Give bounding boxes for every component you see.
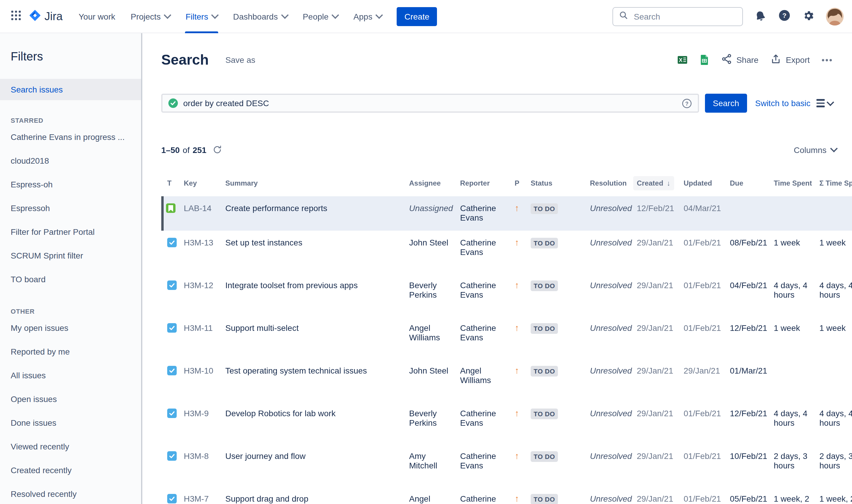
issue-summary-link[interactable]: Create performance reports (221, 196, 404, 231)
chevron-down-icon (211, 11, 218, 19)
issue-summary-link[interactable]: User journey and flow (221, 444, 404, 487)
issue-key[interactable]: H3M-12 (179, 273, 221, 316)
sidebar-item-reported-by-me[interactable]: Reported by me (0, 340, 141, 363)
notifications-button[interactable] (754, 10, 767, 22)
nav-item-filters[interactable]: Filters (178, 0, 225, 33)
svg-text:?: ? (685, 101, 689, 106)
sidebar-item-search-issues[interactable]: Search issues (0, 79, 141, 100)
issue-summary-link[interactable]: Support drag and drop (221, 487, 404, 504)
jira-logo[interactable]: Jira (29, 8, 62, 24)
column-header-reporter[interactable]: Reporter (455, 173, 510, 196)
list-view-menu-button[interactable] (816, 99, 833, 107)
nav-item-dashboards[interactable]: Dashboards (225, 0, 295, 33)
share-button[interactable]: Share (721, 53, 759, 67)
sidebar-item-my-open-issues[interactable]: My open issues (0, 316, 141, 340)
table-row[interactable]: LAB-14 Create performance reports Unassi… (162, 196, 852, 231)
column-header-due[interactable]: Due (725, 173, 769, 196)
switch-to-basic-link[interactable]: Switch to basic (755, 98, 811, 108)
excel-icon[interactable]: X (677, 55, 688, 65)
results-range: 1–50 (161, 145, 180, 155)
sidebar-item-espressoh[interactable]: Espressoh (0, 196, 141, 220)
chevron-down-icon (830, 145, 837, 152)
table-row[interactable]: H3M-11 Support multi-select Angel Willia… (162, 316, 852, 359)
issue-time-spent: 1 week (769, 316, 815, 359)
issue-key[interactable]: H3M-7 (179, 487, 221, 504)
nav-item-apps[interactable]: Apps (346, 0, 389, 33)
nav-item-your-work[interactable]: Your work (71, 0, 123, 33)
app-grid-icon (11, 10, 21, 22)
sidebar-item-done-issues[interactable]: Done issues (0, 411, 141, 435)
priority-high-icon: ↑ (515, 280, 519, 290)
global-search[interactable] (613, 7, 743, 26)
priority-high-icon: ↑ (515, 365, 519, 375)
app-switcher-button[interactable] (6, 6, 26, 26)
sidebar-item-scrum-sprint-filter[interactable]: SCRUM Sprint filter (0, 244, 141, 267)
status-badge: TO DO (531, 281, 558, 291)
sidebar-item-filter-for-partner-portal[interactable]: Filter for Partner Portal (0, 220, 141, 244)
table-row[interactable]: H3M-10 Test operating system technical i… (162, 359, 852, 401)
column-header-priority[interactable]: P (510, 173, 526, 196)
issue-key[interactable]: H3M-13 (179, 231, 221, 273)
issue-resolution: Unresolved (585, 231, 632, 273)
issue-due-date: 10/Feb/21 (725, 444, 769, 487)
issue-summary-link[interactable]: Integrate toolset from previous apps (221, 273, 404, 316)
issue-key[interactable]: H3M-10 (179, 359, 221, 401)
jql-help-icon[interactable]: ? (682, 98, 692, 108)
global-search-input[interactable] (633, 11, 737, 22)
issue-key[interactable]: LAB-14 (179, 196, 221, 231)
issue-key[interactable]: H3M-11 (179, 316, 221, 359)
issue-updated-date: 04/Mar/21 (679, 196, 725, 231)
issue-created-date: 29/Jan/21 (632, 359, 679, 401)
sidebar-item-created-recently[interactable]: Created recently (0, 458, 141, 482)
search-button[interactable]: Search (705, 94, 747, 113)
nav-item-people[interactable]: People (295, 0, 346, 33)
issue-created-date: 29/Jan/21 (632, 316, 679, 359)
table-row[interactable]: H3M-7 Support drag and drop Angel Willia… (162, 487, 852, 504)
issue-summary-link[interactable]: Develop Robotics for lab work (221, 401, 404, 444)
more-actions-button[interactable]: ••• (822, 55, 833, 65)
table-row[interactable]: H3M-9 Develop Robotics for lab work Beve… (162, 401, 852, 444)
jql-input[interactable]: order by created DESC ? (161, 94, 699, 113)
issue-reporter: Catherine Evans (455, 231, 510, 273)
column-header-time-spent[interactable]: Time Spent (769, 173, 815, 196)
sidebar-item-resolved-recently[interactable]: Resolved recently (0, 482, 141, 504)
table-row[interactable]: H3M-12 Integrate toolset from previous a… (162, 273, 852, 316)
export-button[interactable]: Export (771, 53, 810, 67)
column-header-resolution[interactable]: Resolution (585, 173, 632, 196)
columns-dropdown[interactable]: Columns (794, 145, 837, 155)
issue-key[interactable]: H3M-8 (179, 444, 221, 487)
sidebar-item-catherine-evans-in-progress[interactable]: Catherine Evans in progress ... (0, 125, 141, 149)
sidebar-section: STARRED Catherine Evans in progress ...c… (0, 117, 141, 291)
column-header-key[interactable]: Key (179, 173, 221, 196)
page-shell: Filters Search issues STARRED Catherine … (0, 33, 852, 504)
sidebar-item-cloud2018[interactable]: cloud2018 (0, 149, 141, 173)
sidebar-item-viewed-recently[interactable]: Viewed recently (0, 435, 141, 458)
issue-key[interactable]: H3M-9 (179, 401, 221, 444)
nav-item-projects[interactable]: Projects (123, 0, 178, 33)
sidebar-item-open-issues[interactable]: Open issues (0, 387, 141, 411)
issue-summary-link[interactable]: Support multi-select (221, 316, 404, 359)
issue-updated-date: 01/Feb/21 (679, 231, 725, 273)
settings-button[interactable] (802, 9, 815, 23)
table-row[interactable]: H3M-13 Set up test instances John Steel … (162, 231, 852, 273)
column-header-assignee[interactable]: Assignee (404, 173, 455, 196)
issue-summary-link[interactable]: Test operating system technical issues (221, 359, 404, 401)
column-header-updated[interactable]: Updated (679, 173, 725, 196)
save-as-button[interactable]: Save as (225, 55, 255, 65)
column-header-summary[interactable]: Summary (221, 173, 404, 196)
sidebar-item-all-issues[interactable]: All issues (0, 363, 141, 387)
create-button[interactable]: Create (397, 7, 437, 26)
help-button[interactable]: ? (778, 9, 791, 24)
sidebar-item-to-board[interactable]: TO board (0, 267, 141, 291)
refresh-button[interactable] (212, 145, 222, 155)
column-header-created[interactable]: Created ↓ (632, 173, 679, 196)
issue-summary-link[interactable]: Set up test instances (221, 231, 404, 273)
column-header-type[interactable]: T (162, 173, 179, 196)
table-row[interactable]: H3M-8 User journey and flow Amy Mitchell… (162, 444, 852, 487)
user-avatar[interactable] (826, 7, 844, 25)
column-header-sum-time-spent[interactable]: Σ Time Spent (815, 173, 852, 196)
sidebar-item-espress-oh[interactable]: Espress-oh (0, 173, 141, 196)
status-badge: TO DO (531, 238, 558, 249)
column-header-status[interactable]: Status (526, 173, 585, 196)
google-sheets-icon[interactable] (700, 55, 709, 65)
